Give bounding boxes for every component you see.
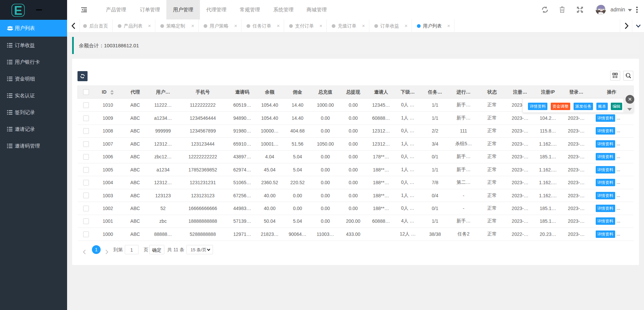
svg-text:E: E [14, 4, 22, 17]
